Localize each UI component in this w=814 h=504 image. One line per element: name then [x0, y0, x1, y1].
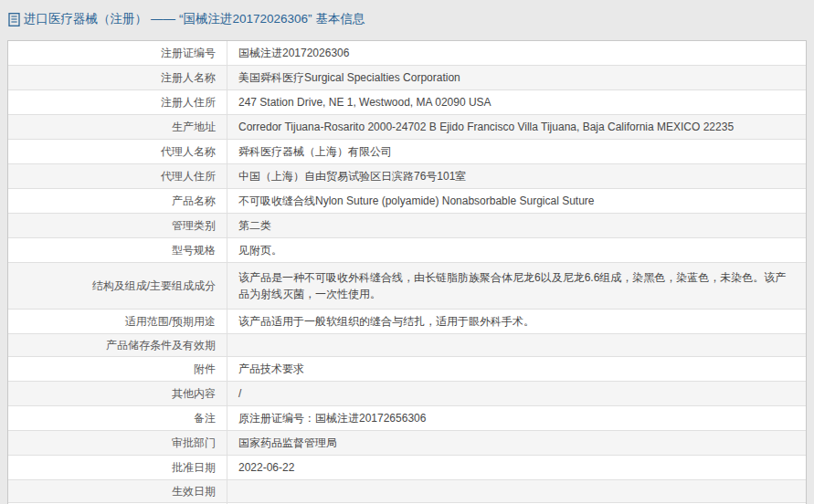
row-value: 第二类	[227, 214, 806, 237]
row-label: 代理人住所	[8, 164, 227, 188]
page-header: 进口医疗器械（注册） —— “国械注进20172026306” 基本信息	[0, 0, 814, 40]
row-label: 结构及组成/主要组成成分	[8, 263, 227, 309]
page-title-separator: ——	[151, 12, 175, 26]
table-row: 产品名称 不可吸收缝合线Nylon Suture (polyamide) Non…	[8, 188, 806, 213]
table-row: 批准日期 2022-06-22	[8, 455, 806, 479]
row-value: 该产品适用于一般软组织的缝合与结扎，适用于眼外科手术。	[227, 310, 806, 333]
table-row: 注册证编号 国械注进20172026306	[8, 41, 806, 65]
row-label: 适用范围/预期用途	[8, 310, 227, 333]
row-value	[227, 488, 806, 495]
row-label: 产品名称	[8, 189, 227, 213]
page-title-registration-number: “国械注进20172026306”	[179, 12, 312, 26]
table-row: 其他内容 /	[8, 381, 806, 405]
row-value: 产品技术要求	[227, 357, 806, 381]
row-value: 国家药品监督管理局	[227, 431, 806, 455]
row-label: 注册人住所	[8, 90, 227, 114]
row-label: 注册人名称	[8, 66, 227, 89]
row-value: /	[227, 382, 806, 405]
table-row: 适用范围/预期用途 该产品适用于一般软组织的缝合与结扎，适用于眼外科手术。	[8, 309, 806, 333]
row-label: 产品储存条件及有效期	[8, 334, 227, 356]
row-label: 审批部门	[8, 431, 227, 455]
table-row: 注册人名称 美国舜科医疗Surgical Specialties Corpora…	[8, 65, 806, 89]
row-value: 国械注进20172026306	[227, 41, 806, 65]
table-row: 审批部门 国家药品监督管理局	[8, 430, 806, 455]
table-row: 型号规格 见附页。	[8, 237, 806, 262]
table-row: 生产地址 Corredor Tijuana-Rosarito 2000-2470…	[8, 114, 806, 139]
row-value: 原注册证编号：国械注进20172656306	[227, 406, 806, 430]
document-icon	[8, 13, 20, 26]
row-label: 附件	[8, 357, 227, 381]
row-value: 舜科医疗器械（上海）有限公司	[227, 140, 806, 163]
page-title: 进口医疗器械（注册） —— “国械注进20172026306” 基本信息	[8, 12, 365, 26]
registration-info-table: 注册证编号 国械注进20172026306 注册人名称 美国舜科医疗Surgic…	[7, 40, 807, 504]
row-label: 备注	[8, 406, 227, 430]
table-row: 备注 原注册证编号：国械注进20172656306	[8, 405, 806, 430]
table-row: 注册人住所 247 Station Drive, NE 1, Westwood,…	[8, 89, 806, 114]
row-label: 代理人名称	[8, 140, 227, 163]
page-title-prefix: 进口医疗器械（注册）	[24, 12, 147, 26]
table-row: 结构及组成/主要组成成分 该产品是一种不可吸收外科缝合线，由长链脂肪族聚合体尼龙…	[8, 262, 806, 309]
row-value: 美国舜科医疗Surgical Specialties Corporation	[227, 66, 806, 89]
row-label: 管理类别	[8, 214, 227, 237]
row-value: 247 Station Drive, NE 1, Westwood, MA 02…	[227, 90, 806, 114]
table-row: 生效日期	[8, 479, 806, 502]
row-label: 型号规格	[8, 238, 227, 262]
row-label: 生效日期	[8, 480, 227, 502]
page-title-suffix: 基本信息	[316, 12, 365, 26]
row-label: 注册证编号	[8, 41, 227, 65]
table-row: 代理人名称 舜科医疗器械（上海）有限公司	[8, 139, 806, 163]
row-label: 批准日期	[8, 456, 227, 479]
row-value: 中国（上海）自由贸易试验区日滨路76号101室	[227, 164, 806, 188]
row-label: 生产地址	[8, 115, 227, 139]
table-row: 代理人住所 中国（上海）自由贸易试验区日滨路76号101室	[8, 163, 806, 188]
table-row: 管理类别 第二类	[8, 213, 806, 237]
row-label: 其他内容	[8, 382, 227, 405]
row-value: 该产品是一种不可吸收外科缝合线，由长链脂肪族聚合体尼龙6以及尼龙6.6组成，染黑…	[227, 266, 806, 306]
row-value: 见附页。	[227, 238, 806, 262]
table-row: 附件 产品技术要求	[8, 356, 806, 381]
row-value: 2022-06-22	[227, 456, 806, 479]
row-value	[227, 341, 806, 349]
row-value: 不可吸收缝合线Nylon Suture (polyamide) Nonabsor…	[227, 189, 806, 213]
table-row: 产品储存条件及有效期	[8, 333, 806, 356]
row-value: Corredor Tijuana-Rosarito 2000-24702 B E…	[227, 115, 806, 139]
